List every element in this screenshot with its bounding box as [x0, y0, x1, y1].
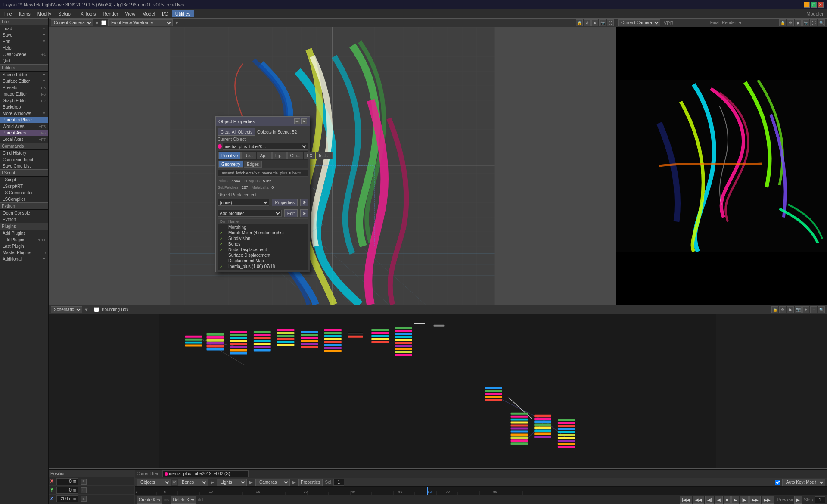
cameras-select[interactable]: Cameras	[255, 479, 290, 486]
schematic-bb-checkbox[interactable]	[94, 307, 99, 312]
vp-snapshot-icon[interactable]: 📷	[599, 19, 606, 26]
current-object-select[interactable]: inertia_plus_tube20...	[223, 143, 308, 150]
sidebar-item-load[interactable]: Load▼	[0, 25, 48, 32]
sidebar-item-lscript[interactable]: LScript	[0, 177, 48, 183]
maximize-button[interactable]: □	[811, 2, 817, 8]
modifier-options-btn[interactable]: ⚙	[300, 209, 308, 217]
menu-utilities[interactable]: Utilities	[172, 10, 194, 17]
autokey-checkbox[interactable]	[775, 480, 780, 485]
sidebar-item-additional[interactable]: Additional▼	[0, 256, 48, 262]
sidebar-item-clear-scene[interactable]: Clear Scene +4	[0, 51, 48, 58]
sidebar-item-parent-axes[interactable]: Parent Axes+F6	[0, 130, 48, 136]
x-expand-btn[interactable]: E	[81, 479, 87, 485]
sidebar-item-graph-editor[interactable]: Graph EditorF2	[0, 97, 48, 104]
properties-btn[interactable]: Properties	[298, 479, 323, 486]
prev-frame-btn[interactable]: ◀◀	[693, 496, 704, 504]
sidebar-item-local-axes[interactable]: Local Axes+F7	[0, 136, 48, 143]
sidebar-item-surface-editor[interactable]: Surface Editor▼	[0, 78, 48, 84]
x-value-input[interactable]	[56, 478, 78, 485]
modifier-row-surface[interactable]: Surface Displacement	[218, 252, 308, 258]
menu-fxtools[interactable]: FX Tools	[74, 10, 99, 17]
obj-replacement-select[interactable]: (none)	[218, 199, 269, 206]
lights-select[interactable]: Lights	[217, 479, 247, 486]
preview-btn[interactable]: ▶	[794, 496, 802, 504]
sidebar-item-more-windows[interactable]: More Windows▼	[0, 110, 48, 117]
tab-instances[interactable]: Inst...	[316, 152, 332, 159]
sidebar-item-lscompiler[interactable]: LSCompiler	[0, 196, 48, 202]
tab-fx[interactable]: FX	[304, 152, 315, 159]
menu-setup[interactable]: Setup	[55, 10, 74, 17]
tab-appearance[interactable]: Ap...	[257, 152, 272, 159]
sidebar-item-backdrop[interactable]: Backdrop	[0, 104, 48, 110]
sidebar-item-world-axes[interactable]: World Axes+F5	[0, 123, 48, 130]
create-key-btn[interactable]: Create Key	[137, 496, 162, 504]
main-viewport[interactable]: Current Camera ▼ Front Face Wireframe ▼ …	[49, 18, 616, 305]
render-camera-select[interactable]: Current Camera	[618, 19, 660, 26]
replacement-options-btn[interactable]: ⚙	[300, 199, 308, 206]
timeline-ruler[interactable]: 0 -5 10 20 30 40 50 62 70 80	[135, 487, 827, 495]
modifier-row-nodal[interactable]: ✓ Nodal Displacement	[218, 247, 308, 252]
play-btn[interactable]: ▶	[731, 496, 739, 504]
sidebar-item-lscript-rt[interactable]: LScript/RT	[0, 183, 48, 190]
modifier-row-inertia[interactable]: ✓ Inertia_plus (1.00) 07/18	[218, 264, 308, 269]
prev-key-btn[interactable]: ◀|	[705, 496, 714, 504]
sidebar-item-scene-editor[interactable]: Scene Editor▼	[0, 72, 48, 78]
schematic-plus-icon[interactable]: +	[802, 306, 809, 313]
edit-modifier-btn[interactable]: Edit	[284, 209, 298, 217]
stop-btn[interactable]: ■	[724, 496, 731, 504]
tab-geometry[interactable]: Geometry	[218, 161, 243, 168]
schematic-minus-icon[interactable]: −	[810, 306, 817, 313]
modifier-row-displacement[interactable]: Displacement Map	[218, 258, 308, 264]
modifier-row-morphing[interactable]: Morphing	[218, 224, 308, 230]
sidebar-item-edit-plugins[interactable]: Edit Plugins'F11	[0, 236, 48, 243]
tab-primitive[interactable]: Primitive	[218, 152, 241, 159]
sidebar-item-save-cmd-list[interactable]: Save Cmd List	[0, 163, 48, 169]
menu-items[interactable]: Items	[16, 10, 34, 17]
schematic-render-icon[interactable]: ▶	[787, 306, 794, 313]
tab-global[interactable]: Glo...	[287, 152, 304, 159]
sidebar-item-parent-in-place[interactable]: Parent in Place	[0, 117, 48, 123]
sidebar-item-open-console[interactable]: Open Console	[0, 210, 48, 216]
objects-count-btn[interactable]: +0	[172, 480, 177, 485]
minimize-button[interactable]: ─	[804, 2, 810, 8]
go-start-btn[interactable]: |◀◀	[680, 496, 692, 504]
delete-key-btn[interactable]: Delete Key	[171, 496, 196, 504]
modifier-row-morph-mixer[interactable]: ✓ Morph Mixer (4 endomorphs)	[218, 230, 308, 236]
sidebar-item-last-plugin[interactable]: Last Plugin	[0, 243, 48, 249]
add-modifier-select[interactable]: Add Modifier	[218, 210, 282, 217]
vp-fullscreen-icon[interactable]: ⛶	[607, 19, 614, 26]
sidebar-item-edit[interactable]: Edit▼	[0, 38, 48, 45]
schematic-lock-icon[interactable]: 🔒	[771, 306, 778, 313]
sidebar-item-ls-commander[interactable]: LS Commander	[0, 190, 48, 196]
vp-settings-icon[interactable]: ⚙	[584, 19, 591, 26]
close-button[interactable]: ✕	[818, 2, 824, 8]
bones-select[interactable]: Bones	[178, 479, 208, 486]
sidebar-item-quit[interactable]: Quit	[0, 58, 48, 64]
render-snapshot-icon[interactable]: 📷	[802, 19, 809, 26]
sel-input[interactable]	[333, 479, 344, 486]
schematic-snapshot-icon[interactable]: 📷	[795, 306, 802, 313]
z-expand-btn[interactable]: E	[81, 496, 87, 502]
schematic-view-select[interactable]: Schematic	[51, 306, 82, 313]
schematic-settings-icon[interactable]: ⚙	[779, 306, 786, 313]
render-lock-icon[interactable]: 🔒	[779, 19, 786, 26]
z-value-input[interactable]	[56, 495, 78, 502]
tab-lighting[interactable]: Lg...	[272, 152, 286, 159]
schematic-search-icon[interactable]: 🔍	[818, 306, 825, 313]
y-value-input[interactable]	[56, 487, 78, 494]
objects-select[interactable]: Objects	[137, 479, 171, 486]
sidebar-item-save[interactable]: Save▼	[0, 32, 48, 38]
sidebar-item-python[interactable]: Python	[0, 216, 48, 223]
menu-render[interactable]: Render	[99, 10, 121, 17]
sidebar-item-help[interactable]: Help	[0, 45, 48, 51]
dialog-minimize-btn[interactable]: ─	[294, 118, 300, 124]
render-settings-icon[interactable]: ⚙	[787, 19, 794, 26]
vp-render-icon[interactable]: ▶	[591, 19, 598, 26]
go-end-btn[interactable]: ▶▶|	[762, 496, 774, 504]
render-fullscreen-icon[interactable]: ⛶	[810, 19, 817, 26]
main-viewport-canvas[interactable]	[49, 27, 616, 305]
tab-edges[interactable]: Edges	[244, 161, 262, 168]
menu-view[interactable]: View	[121, 10, 139, 17]
clear-all-objects-btn[interactable]: Clear All Objects	[218, 128, 255, 136]
modifier-row-bones[interactable]: ✓ Bones	[218, 241, 308, 247]
